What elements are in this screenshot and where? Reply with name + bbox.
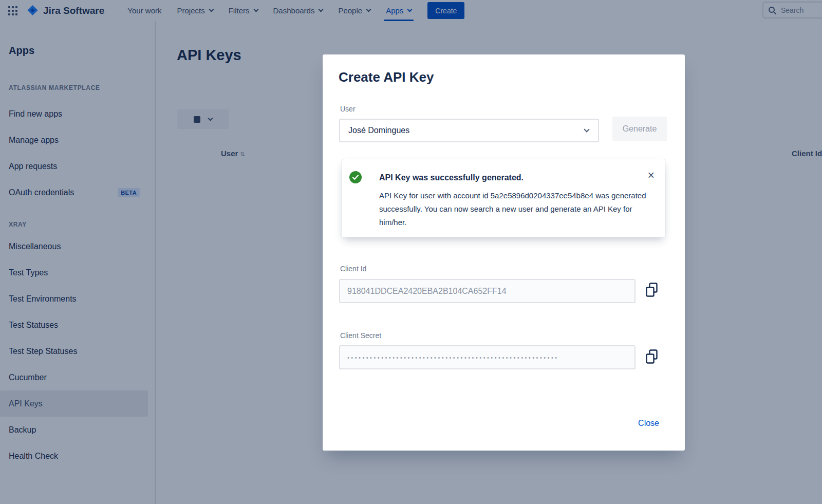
success-check-icon bbox=[349, 171, 362, 183]
success-flag: API Key was successfully generated. × AP… bbox=[342, 159, 665, 237]
flag-body: API Key for user with account id 5a2e589… bbox=[379, 189, 658, 229]
user-label: User bbox=[340, 105, 356, 113]
generate-button[interactable]: Generate bbox=[612, 117, 667, 141]
chevron-down-icon bbox=[584, 126, 589, 132]
dialog-title: Create API Key bbox=[339, 69, 434, 85]
client-secret-label: Client Secret bbox=[340, 331, 381, 340]
close-button[interactable]: Close bbox=[635, 418, 662, 428]
client-id-field: 918041DDCEA2420EBA2B104CA652FF14 bbox=[339, 279, 636, 303]
flag-title: API Key was successfully generated. bbox=[379, 173, 524, 182]
copy-client-secret-icon[interactable] bbox=[645, 349, 659, 365]
client-secret-field: ••••••••••••••••••••••••••••••••••••••••… bbox=[339, 345, 636, 369]
flag-close-icon[interactable]: × bbox=[648, 170, 655, 181]
create-api-key-dialog: Create API Key User José Domingues Gener… bbox=[323, 54, 685, 451]
user-select[interactable]: José Domingues bbox=[339, 119, 599, 142]
client-secret-masked-value: ••••••••••••••••••••••••••••••••••••••••… bbox=[347, 354, 559, 361]
client-id-label: Client Id bbox=[340, 265, 366, 273]
copy-client-id-icon[interactable] bbox=[645, 282, 659, 298]
user-select-value: José Domingues bbox=[348, 126, 409, 135]
client-id-value: 918041DDCEA2420EBA2B104CA652FF14 bbox=[347, 287, 507, 296]
